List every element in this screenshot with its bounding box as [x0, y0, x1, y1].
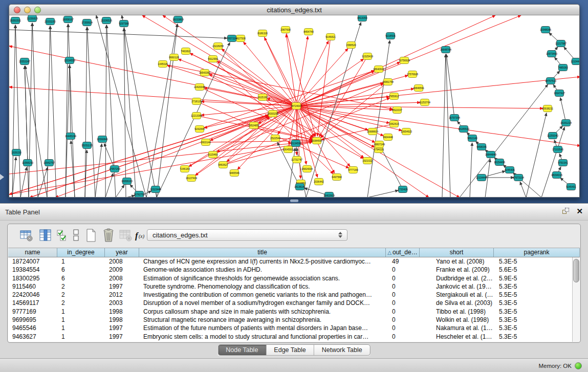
graph-node[interactable]: 16961758 — [382, 79, 394, 85]
table-cell[interactable]: 18724007 — [8, 257, 57, 266]
table-cell[interactable]: 0 — [386, 299, 420, 307]
table-cell[interactable]: 2003 — [105, 299, 139, 307]
graph-node[interactable]: 5912994 — [208, 56, 218, 62]
zoom-window-button[interactable] — [34, 7, 41, 13]
graph-node[interactable]: 17576928 — [407, 71, 418, 78]
graph-node[interactable]: 11548086 — [540, 27, 551, 33]
table-cell[interactable]: 9465546 — [8, 324, 57, 332]
table-cell[interactable]: 2008 — [105, 257, 139, 266]
tab-node-table[interactable]: Node Table — [218, 345, 266, 355]
table-cell[interactable]: 9699695 — [8, 316, 57, 324]
table-cell[interactable]: 5.3E-5 — [494, 299, 580, 307]
graph-node[interactable]: 17957253 — [109, 166, 120, 172]
delete-column-icon[interactable] — [101, 228, 116, 243]
graph-node[interactable]: 9458045 — [476, 144, 487, 150]
graph-node[interactable]: 2967608 — [280, 27, 291, 33]
graph-node[interactable]: 19391501 — [10, 17, 21, 24]
table-cell[interactable]: 9777169 — [8, 308, 57, 316]
graph-node[interactable]: 19524851 — [248, 122, 259, 129]
graph-node[interactable]: 16137409 — [186, 175, 197, 182]
table-row[interactable]: 1872400712008Changes of HCN gene express… — [8, 257, 580, 266]
tab-edge-table[interactable]: Edge Table — [266, 345, 314, 355]
graph-node[interactable]: 1615192 — [257, 94, 268, 101]
column-header-out-degree[interactable]: △out_de… — [386, 248, 420, 257]
graph-node[interactable]: 9463627 — [218, 162, 228, 168]
memory-status-indicator[interactable] — [575, 362, 582, 369]
graph-node[interactable]: 9904448 — [383, 134, 393, 141]
graph-node[interactable]: 18094016 — [551, 172, 562, 179]
table-cell[interactable]: Nakamura et al. (1997) — [420, 324, 494, 332]
graph-node[interactable]: 17359924 — [81, 19, 93, 26]
table-cell[interactable]: 5.9E-5 — [494, 274, 580, 282]
table-cell[interactable]: 1 — [57, 333, 105, 341]
table-row[interactable]: 2242004622012Investigating the contribut… — [8, 291, 580, 299]
graph-node[interactable]: 2718126 — [191, 98, 202, 105]
table-cell[interactable]: Hescheler et al. (1997) — [420, 333, 494, 341]
table-cell[interactable]: de Silva et al. (2003) — [420, 299, 494, 307]
table-cell[interactable]: 5.3E-5 — [494, 316, 580, 324]
table-cell[interactable]: 5.6E-5 — [494, 266, 580, 274]
graph-node[interactable]: 12325419 — [362, 53, 373, 60]
graph-node[interactable]: 23226058 — [212, 43, 224, 50]
graph-node[interactable]: 10756928 — [399, 57, 410, 64]
graph-node[interactable]: 9827508 — [235, 35, 246, 42]
table-cell[interactable]: Estimation of significance thresholds fo… — [139, 274, 386, 282]
table-cell[interactable]: 19384554 — [8, 266, 57, 274]
graph-node[interactable]: 15824004 — [301, 166, 313, 172]
table-cell[interactable]: Tourette syndrome. Phenomenology and cla… — [139, 282, 386, 291]
table-cell[interactable]: 0 — [386, 291, 420, 299]
graph-node[interactable]: 1921022 — [362, 158, 373, 164]
graph-node[interactable]: 9245406 — [505, 167, 515, 173]
minimize-window-button[interactable] — [24, 7, 31, 13]
table-select-dropdown[interactable]: citations_edges.txt — [147, 229, 347, 241]
table-cell[interactable]: 9115460 — [8, 282, 57, 291]
graph-node[interactable]: 18185500 — [458, 126, 469, 133]
table-row[interactable]: 1456911722003Disruption of a novel membe… — [8, 299, 580, 307]
graph-node[interactable]: 15051135 — [81, 142, 93, 149]
table-cell[interactable]: 1998 — [105, 316, 139, 324]
graph-node[interactable]: 16161214 — [560, 120, 572, 126]
table-cell[interactable]: Embryonic stem cells: a model to study s… — [139, 333, 386, 341]
table-cell[interactable]: 0 — [386, 316, 420, 324]
graph-node[interactable]: 9146821 — [325, 34, 336, 40]
horizontal-splitter-handle[interactable] — [290, 200, 298, 202]
table-cell[interactable]: 49 — [386, 257, 420, 266]
graph-node[interactable]: 12104441 — [571, 58, 580, 65]
table-settings-icon[interactable] — [19, 228, 34, 243]
table-cell[interactable]: 2012 — [105, 291, 139, 299]
column-header-pagerank[interactable]: pagerank — [494, 248, 580, 257]
graph-node[interactable]: 9218506 — [385, 33, 396, 39]
table-cell[interactable]: 5.3E-5 — [494, 282, 580, 291]
graph-node[interactable]: 12034559 — [64, 57, 75, 64]
graph-node[interactable]: 16958163 — [121, 178, 133, 185]
column-visibility-icon[interactable] — [38, 228, 53, 243]
table-cell[interactable]: 1 — [57, 316, 105, 324]
table-cell[interactable]: 2 — [57, 291, 105, 299]
table-cell[interactable]: 5.3E-5 — [494, 324, 580, 332]
table-cell[interactable]: 0 — [386, 324, 420, 332]
table-cell[interactable]: Genome-wide association studies in ADHD. — [139, 266, 386, 274]
graph-node[interactable]: 18807249 — [374, 141, 385, 148]
vertical-scrollbar[interactable] — [572, 257, 580, 342]
tab-network-table[interactable]: Network Table — [314, 345, 370, 355]
table-cell[interactable]: 1 — [57, 308, 105, 316]
graph-node[interactable]: 11568293 — [22, 160, 33, 166]
graph-node[interactable]: 11156829 — [27, 15, 38, 22]
table-row[interactable]: 911546021997Tourette syndrome. Phenomeno… — [8, 282, 580, 291]
column-header-title[interactable]: title — [139, 248, 386, 257]
graph-node[interactable]: 10973493 — [546, 51, 557, 57]
graph-node[interactable]: 20206526 — [101, 17, 112, 24]
table-cell[interactable]: 0 — [386, 282, 420, 291]
table-cell[interactable]: Structural magnetic resonance image aver… — [139, 316, 386, 324]
graph-node[interactable]: 13942757 — [43, 160, 55, 166]
graph-node[interactable]: 9862140 — [467, 135, 477, 142]
table-cell[interactable]: 9463627 — [8, 333, 57, 341]
table-cell[interactable]: 0 — [386, 274, 420, 282]
graph-node[interactable]: 1562615 — [389, 121, 399, 127]
graph-node[interactable]: 11259340 — [547, 133, 558, 139]
graph-node[interactable]: 8186328 — [257, 30, 268, 37]
graph-node[interactable]: 9245401 — [566, 184, 576, 190]
graph-node[interactable]: 17103546 — [552, 146, 563, 153]
graph-node[interactable]: 18724007 — [291, 103, 302, 110]
close-window-button[interactable] — [14, 7, 20, 13]
